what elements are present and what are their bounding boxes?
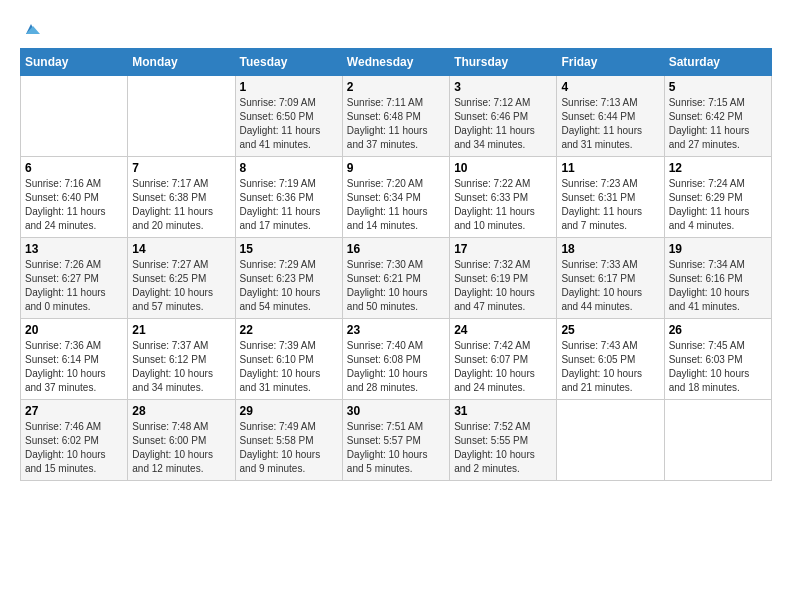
calendar-cell-3-5: 25 Sunrise: 7:43 AMSunset: 6:05 PMDaylig… bbox=[557, 319, 664, 400]
day-number: 2 bbox=[347, 80, 445, 94]
weekday-header-sunday: Sunday bbox=[21, 49, 128, 76]
calendar-cell-4-3: 30 Sunrise: 7:51 AMSunset: 5:57 PMDaylig… bbox=[342, 400, 449, 481]
weekday-header-wednesday: Wednesday bbox=[342, 49, 449, 76]
weekday-header-friday: Friday bbox=[557, 49, 664, 76]
day-info: Sunrise: 7:32 AMSunset: 6:19 PMDaylight:… bbox=[454, 258, 552, 314]
day-info: Sunrise: 7:15 AMSunset: 6:42 PMDaylight:… bbox=[669, 96, 767, 152]
day-number: 30 bbox=[347, 404, 445, 418]
weekday-header-tuesday: Tuesday bbox=[235, 49, 342, 76]
calendar-cell-2-3: 16 Sunrise: 7:30 AMSunset: 6:21 PMDaylig… bbox=[342, 238, 449, 319]
day-number: 25 bbox=[561, 323, 659, 337]
calendar-cell-0-6: 5 Sunrise: 7:15 AMSunset: 6:42 PMDayligh… bbox=[664, 76, 771, 157]
calendar-cell-2-2: 15 Sunrise: 7:29 AMSunset: 6:23 PMDaylig… bbox=[235, 238, 342, 319]
calendar-cell-4-4: 31 Sunrise: 7:52 AMSunset: 5:55 PMDaylig… bbox=[450, 400, 557, 481]
calendar-cell-0-2: 1 Sunrise: 7:09 AMSunset: 6:50 PMDayligh… bbox=[235, 76, 342, 157]
day-info: Sunrise: 7:42 AMSunset: 6:07 PMDaylight:… bbox=[454, 339, 552, 395]
calendar-cell-0-4: 3 Sunrise: 7:12 AMSunset: 6:46 PMDayligh… bbox=[450, 76, 557, 157]
day-info: Sunrise: 7:19 AMSunset: 6:36 PMDaylight:… bbox=[240, 177, 338, 233]
weekday-header-row: SundayMondayTuesdayWednesdayThursdayFrid… bbox=[21, 49, 772, 76]
calendar-cell-2-0: 13 Sunrise: 7:26 AMSunset: 6:27 PMDaylig… bbox=[21, 238, 128, 319]
day-number: 3 bbox=[454, 80, 552, 94]
day-number: 15 bbox=[240, 242, 338, 256]
day-number: 27 bbox=[25, 404, 123, 418]
day-info: Sunrise: 7:24 AMSunset: 6:29 PMDaylight:… bbox=[669, 177, 767, 233]
day-info: Sunrise: 7:37 AMSunset: 6:12 PMDaylight:… bbox=[132, 339, 230, 395]
week-row-2: 6 Sunrise: 7:16 AMSunset: 6:40 PMDayligh… bbox=[21, 157, 772, 238]
calendar-cell-0-3: 2 Sunrise: 7:11 AMSunset: 6:48 PMDayligh… bbox=[342, 76, 449, 157]
calendar-cell-1-0: 6 Sunrise: 7:16 AMSunset: 6:40 PMDayligh… bbox=[21, 157, 128, 238]
day-number: 23 bbox=[347, 323, 445, 337]
day-info: Sunrise: 7:40 AMSunset: 6:08 PMDaylight:… bbox=[347, 339, 445, 395]
calendar-cell-3-2: 22 Sunrise: 7:39 AMSunset: 6:10 PMDaylig… bbox=[235, 319, 342, 400]
logo-icon bbox=[22, 20, 40, 38]
calendar-cell-0-1 bbox=[128, 76, 235, 157]
day-info: Sunrise: 7:36 AMSunset: 6:14 PMDaylight:… bbox=[25, 339, 123, 395]
day-number: 6 bbox=[25, 161, 123, 175]
day-info: Sunrise: 7:52 AMSunset: 5:55 PMDaylight:… bbox=[454, 420, 552, 476]
calendar-cell-2-5: 18 Sunrise: 7:33 AMSunset: 6:17 PMDaylig… bbox=[557, 238, 664, 319]
day-number: 21 bbox=[132, 323, 230, 337]
calendar-cell-1-2: 8 Sunrise: 7:19 AMSunset: 6:36 PMDayligh… bbox=[235, 157, 342, 238]
day-number: 8 bbox=[240, 161, 338, 175]
calendar-cell-3-3: 23 Sunrise: 7:40 AMSunset: 6:08 PMDaylig… bbox=[342, 319, 449, 400]
day-number: 22 bbox=[240, 323, 338, 337]
calendar-cell-2-6: 19 Sunrise: 7:34 AMSunset: 6:16 PMDaylig… bbox=[664, 238, 771, 319]
day-number: 9 bbox=[347, 161, 445, 175]
calendar-cell-3-1: 21 Sunrise: 7:37 AMSunset: 6:12 PMDaylig… bbox=[128, 319, 235, 400]
calendar-cell-4-0: 27 Sunrise: 7:46 AMSunset: 6:02 PMDaylig… bbox=[21, 400, 128, 481]
calendar-cell-4-6 bbox=[664, 400, 771, 481]
day-number: 7 bbox=[132, 161, 230, 175]
calendar-cell-1-4: 10 Sunrise: 7:22 AMSunset: 6:33 PMDaylig… bbox=[450, 157, 557, 238]
day-number: 11 bbox=[561, 161, 659, 175]
day-number: 12 bbox=[669, 161, 767, 175]
calendar-table: SundayMondayTuesdayWednesdayThursdayFrid… bbox=[20, 48, 772, 481]
day-number: 14 bbox=[132, 242, 230, 256]
day-number: 10 bbox=[454, 161, 552, 175]
calendar-cell-3-0: 20 Sunrise: 7:36 AMSunset: 6:14 PMDaylig… bbox=[21, 319, 128, 400]
day-number: 18 bbox=[561, 242, 659, 256]
day-info: Sunrise: 7:27 AMSunset: 6:25 PMDaylight:… bbox=[132, 258, 230, 314]
day-info: Sunrise: 7:45 AMSunset: 6:03 PMDaylight:… bbox=[669, 339, 767, 395]
calendar-cell-2-4: 17 Sunrise: 7:32 AMSunset: 6:19 PMDaylig… bbox=[450, 238, 557, 319]
day-info: Sunrise: 7:29 AMSunset: 6:23 PMDaylight:… bbox=[240, 258, 338, 314]
page-header bbox=[20, 20, 772, 38]
day-number: 26 bbox=[669, 323, 767, 337]
day-info: Sunrise: 7:34 AMSunset: 6:16 PMDaylight:… bbox=[669, 258, 767, 314]
day-number: 16 bbox=[347, 242, 445, 256]
calendar-cell-2-1: 14 Sunrise: 7:27 AMSunset: 6:25 PMDaylig… bbox=[128, 238, 235, 319]
day-info: Sunrise: 7:51 AMSunset: 5:57 PMDaylight:… bbox=[347, 420, 445, 476]
calendar-cell-0-0 bbox=[21, 76, 128, 157]
weekday-header-saturday: Saturday bbox=[664, 49, 771, 76]
calendar-cell-0-5: 4 Sunrise: 7:13 AMSunset: 6:44 PMDayligh… bbox=[557, 76, 664, 157]
week-row-5: 27 Sunrise: 7:46 AMSunset: 6:02 PMDaylig… bbox=[21, 400, 772, 481]
day-number: 17 bbox=[454, 242, 552, 256]
calendar-cell-4-1: 28 Sunrise: 7:48 AMSunset: 6:00 PMDaylig… bbox=[128, 400, 235, 481]
calendar-cell-4-2: 29 Sunrise: 7:49 AMSunset: 5:58 PMDaylig… bbox=[235, 400, 342, 481]
day-info: Sunrise: 7:43 AMSunset: 6:05 PMDaylight:… bbox=[561, 339, 659, 395]
day-info: Sunrise: 7:09 AMSunset: 6:50 PMDaylight:… bbox=[240, 96, 338, 152]
calendar-cell-3-4: 24 Sunrise: 7:42 AMSunset: 6:07 PMDaylig… bbox=[450, 319, 557, 400]
week-row-1: 1 Sunrise: 7:09 AMSunset: 6:50 PMDayligh… bbox=[21, 76, 772, 157]
day-info: Sunrise: 7:39 AMSunset: 6:10 PMDaylight:… bbox=[240, 339, 338, 395]
day-number: 13 bbox=[25, 242, 123, 256]
logo bbox=[20, 20, 40, 38]
day-info: Sunrise: 7:22 AMSunset: 6:33 PMDaylight:… bbox=[454, 177, 552, 233]
calendar-cell-1-6: 12 Sunrise: 7:24 AMSunset: 6:29 PMDaylig… bbox=[664, 157, 771, 238]
day-number: 1 bbox=[240, 80, 338, 94]
day-info: Sunrise: 7:17 AMSunset: 6:38 PMDaylight:… bbox=[132, 177, 230, 233]
day-number: 29 bbox=[240, 404, 338, 418]
day-info: Sunrise: 7:11 AMSunset: 6:48 PMDaylight:… bbox=[347, 96, 445, 152]
calendar-cell-1-3: 9 Sunrise: 7:20 AMSunset: 6:34 PMDayligh… bbox=[342, 157, 449, 238]
day-info: Sunrise: 7:20 AMSunset: 6:34 PMDaylight:… bbox=[347, 177, 445, 233]
day-number: 28 bbox=[132, 404, 230, 418]
week-row-4: 20 Sunrise: 7:36 AMSunset: 6:14 PMDaylig… bbox=[21, 319, 772, 400]
day-number: 4 bbox=[561, 80, 659, 94]
day-number: 20 bbox=[25, 323, 123, 337]
weekday-header-thursday: Thursday bbox=[450, 49, 557, 76]
day-info: Sunrise: 7:46 AMSunset: 6:02 PMDaylight:… bbox=[25, 420, 123, 476]
calendar-cell-3-6: 26 Sunrise: 7:45 AMSunset: 6:03 PMDaylig… bbox=[664, 319, 771, 400]
day-info: Sunrise: 7:16 AMSunset: 6:40 PMDaylight:… bbox=[25, 177, 123, 233]
calendar-cell-4-5 bbox=[557, 400, 664, 481]
calendar-cell-1-5: 11 Sunrise: 7:23 AMSunset: 6:31 PMDaylig… bbox=[557, 157, 664, 238]
day-number: 5 bbox=[669, 80, 767, 94]
